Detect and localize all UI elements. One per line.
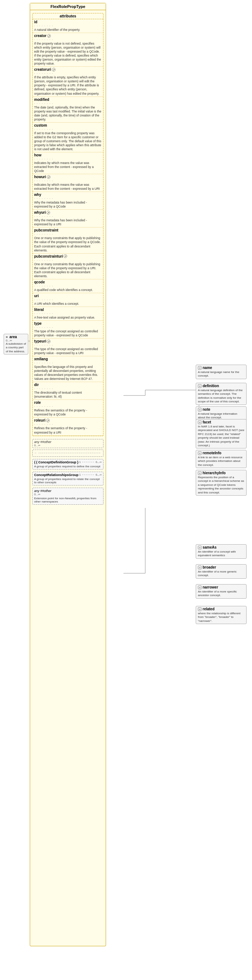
attr-creatoruri: creatoruri ↗ · · · · · · · · If the attr… <box>33 67 103 97</box>
right-box-definition: ≡ definition A natural language definiti… <box>196 383 247 405</box>
name-prop-label: name <box>203 366 212 370</box>
concept-def-group-desc: A group of properties required to define… <box>34 465 102 468</box>
right-box-sameas: ≡ sameAs An identifier of a concept with… <box>196 544 247 559</box>
attr-whyuri: whyuri ↗ · · · · · · · · Why the metadat… <box>33 210 103 228</box>
attr-dir: dir · · · · · · · · The directionality o… <box>33 382 103 400</box>
attr-howuri: howuri ↗ · · · · · · · · Indicates by wh… <box>33 174 103 192</box>
attr-modified-dots: · · · · · · · · <box>34 102 102 105</box>
concept-def-group-mult-left: 1 <box>79 460 81 464</box>
attr-xmllang-name: xmllang <box>34 357 48 361</box>
attr-literal: literal · · · · · · · · A free-text valu… <box>33 307 103 321</box>
attr-id-desc: A natural identifier of the property. <box>34 28 102 32</box>
attr-dir-dots: · · · · · · · · <box>34 387 102 390</box>
attr-creator-desc: If the property value is not defined, sp… <box>34 42 102 66</box>
attr-pubconstrainturi-desc: One or many constraints that apply to pu… <box>34 262 102 278</box>
right-box-narrower: ≡ narrower An identifier of a more speci… <box>196 584 247 599</box>
attr-uri-dots: · · · · · · · · <box>34 298 102 302</box>
attr-how-dots: · · · · · · · · <box>34 157 102 161</box>
attr-how-desc: Indicates by which means the value was e… <box>34 161 102 173</box>
attr-how-name: how <box>34 153 41 157</box>
definition-prop-label: definition <box>203 384 219 388</box>
facet-prop-icon: ≡ <box>198 420 201 424</box>
attr-dir-desc: The directionality of textual content (e… <box>34 391 102 399</box>
broader-prop-label: broader <box>203 565 216 569</box>
attr-pubconstraint: pubconstraint · · · · · · · · One or man… <box>33 228 103 253</box>
concept-rel-group-mult-right: 0...∞ <box>96 473 102 476</box>
broader-prop-desc: An identifier of a more generic concept. <box>198 570 244 578</box>
area-icon: ≡ <box>6 335 8 339</box>
attr-type-desc: The type of the concept assigned as cont… <box>34 329 102 337</box>
attr-xmllang-desc: Specifies the language of this property … <box>34 365 102 381</box>
attr-literal-dots: · · · · · · · · <box>34 312 102 315</box>
attr-howuri-dots: · · · · · · · · <box>34 179 102 183</box>
attr-id: id · · · · · · · · A natural identifier … <box>33 19 103 33</box>
definition-prop-icon: ≡ <box>198 384 201 388</box>
diagram-container: FlexRolePropType attributes id · · · · ·… <box>0 0 252 980</box>
facet-prop-label: facet <box>203 420 211 424</box>
any-other-bottom-box: any ##other 0...∞ Extension point for no… <box>32 488 104 505</box>
attr-custom-desc: If set to true the corresponding propert… <box>34 131 102 151</box>
name-prop-icon: ≡ <box>198 366 201 370</box>
attr-role-name: role <box>34 401 41 404</box>
any-other-multiplicity: 0...∞ <box>34 444 102 447</box>
pubconstrainturi-uri-icon: ↗ <box>64 255 67 258</box>
attr-why-name: why <box>34 192 41 197</box>
narrower-prop-icon: ≡ <box>198 585 201 589</box>
attr-xmllang: xmllang · · · · · · · · Specifies the la… <box>33 356 103 382</box>
area-left-arrow: ← <box>34 451 37 455</box>
right-box-name: ≡ name A natural language name for the c… <box>196 364 247 379</box>
attr-pubconstrainturi-dots: · · · · · · · · <box>34 258 102 262</box>
right-box-hierarchyinfo: ≡ hierarchyInfo Represents the position … <box>196 470 247 496</box>
attr-role-dots: · · · · · · · · <box>34 404 102 408</box>
facet-prop-desc: In NAR 1.8 and later, facet is deprecate… <box>198 425 244 447</box>
whyuri-uri-icon: ↗ <box>46 211 50 215</box>
attr-uri: uri · · · · · · · · A URI which identifi… <box>33 293 103 307</box>
attr-roleuri-desc: Refines the semantics of the property - … <box>34 426 102 434</box>
right-box-note: ≡ note A natural language information ab… <box>196 406 247 421</box>
hierarchyinfo-prop-icon: ≡ <box>198 471 201 475</box>
attr-creator-name: creator <box>34 34 46 38</box>
hierarchyinfo-prop-desc: Represents the position of a concept in … <box>198 476 244 495</box>
attr-whyuri-dots: · · · · · · · · <box>34 215 102 218</box>
area-box-name: ≡ area <box>6 335 26 339</box>
area-connector-row: ← <box>32 450 104 457</box>
attr-type: type · · · · · · · · The type of the con… <box>33 321 103 339</box>
concept-rel-group-name: ConceptRelationshipsGroup <box>34 473 78 477</box>
attr-why-desc: Why the metadata has been included - exp… <box>34 200 102 208</box>
attr-custom-name: custom <box>34 123 47 127</box>
any-other-bottom-label: any ##other <box>34 489 102 493</box>
attr-how: how · · · · · · · · Indicates by which m… <box>33 153 103 174</box>
typeuri-uri-icon: ↗ <box>47 340 51 343</box>
narrower-prop-desc: An identifier of a more specific ancesto… <box>198 590 244 598</box>
concept-def-group-brace: { <box>34 460 35 464</box>
attr-creator: creator ↗ · · · · · · · · If the propert… <box>33 33 103 67</box>
howuri-uri-icon: ↗ <box>47 175 51 179</box>
attr-creatoruri-name: creatoruri <box>34 67 51 72</box>
attr-type-name: type <box>34 321 42 325</box>
attr-custom: custom · · · · · · · · If set to true th… <box>33 123 103 153</box>
attributes-section: attributes id · · · · · · · · A natural … <box>32 13 104 436</box>
attr-pubconstrainturi: pubconstrainturi ↗ · · · · · · · · One o… <box>33 254 103 279</box>
note-prop-icon: ≡ <box>198 408 201 412</box>
attr-id-dots: · · · · · · · · <box>34 24 102 27</box>
concept-def-group-mult-right: 0...∞ <box>96 460 102 464</box>
concept-rel-group-desc: A group of properties required to relate… <box>34 477 102 484</box>
attr-qcode-desc: A qualified code which identifies a conc… <box>34 288 102 292</box>
attr-creatoruri-dots: · · · · · · · · <box>34 72 102 75</box>
attr-pubconstraint-name: pubconstraint <box>34 228 59 232</box>
any-other-bottom-mult: 0...∞ <box>34 493 102 496</box>
concept-rel-group-mult-left: 1 <box>79 473 81 476</box>
attr-uri-name: uri <box>34 294 39 298</box>
right-box-facet: ≡ facet In NAR 1.8 and later, facet is d… <box>196 419 247 449</box>
any-other-bottom-desc: Extension point for non-NewsML propertie… <box>34 497 102 503</box>
attr-role: role · · · · · · · · Refines the semanti… <box>33 400 103 418</box>
attr-custom-dots: · · · · · · · · <box>34 127 102 131</box>
attr-literal-name: literal <box>34 308 44 312</box>
attr-roleuri: roleuri ↗ · · · · · · · · Refines the se… <box>33 418 103 435</box>
attr-role-desc: Refines the semantics of the property - … <box>34 409 102 417</box>
concept-def-line <box>82 462 94 462</box>
definition-prop-desc: A natural language definition of the sem… <box>198 388 244 404</box>
attr-roleuri-name: roleuri <box>34 418 45 422</box>
attr-why: why · · · · · · · · Why the metadata has… <box>33 192 103 210</box>
right-box-broader: ≡ broader An identifier of a more generi… <box>196 564 247 579</box>
